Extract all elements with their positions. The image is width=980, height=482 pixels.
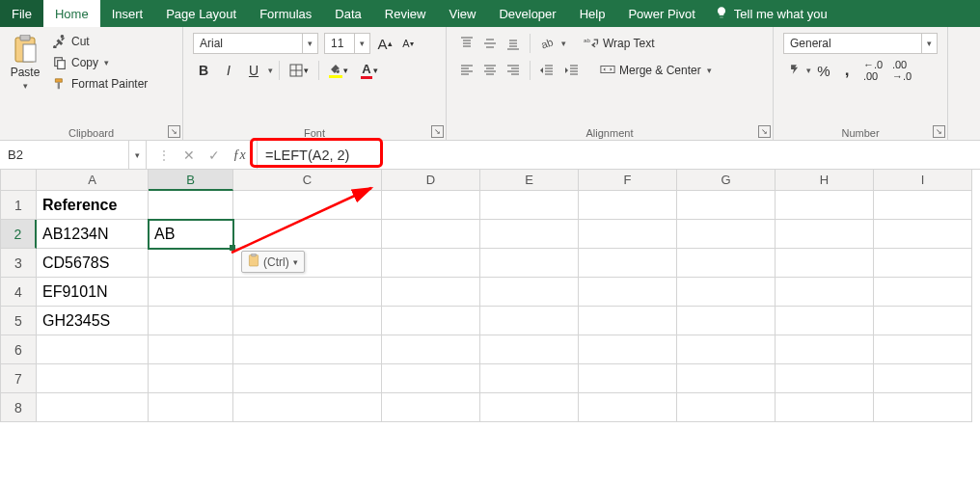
cell-E4[interactable]	[480, 278, 579, 307]
cell-G6[interactable]	[677, 335, 776, 364]
cell-H4[interactable]	[776, 278, 874, 307]
row-header-2[interactable]: 2	[0, 220, 37, 249]
col-header-D[interactable]: D	[382, 170, 480, 191]
chevron-down-icon[interactable]: ▾	[561, 39, 566, 48]
cell-D7[interactable]	[382, 364, 480, 393]
chevron-down-icon[interactable]: ▾	[23, 81, 28, 91]
italic-button[interactable]: I	[218, 60, 239, 81]
tab-page-layout[interactable]: Page Layout	[154, 0, 248, 27]
cell-C5[interactable]	[233, 307, 382, 335]
cell-D8[interactable]	[382, 393, 480, 422]
cell-G7[interactable]	[677, 364, 776, 393]
cell-H3[interactable]	[776, 249, 874, 278]
cell-I6[interactable]	[874, 335, 972, 364]
cell-A6[interactable]	[37, 335, 149, 364]
tab-formulas[interactable]: Formulas	[248, 0, 323, 27]
row-header-1[interactable]: 1	[0, 191, 37, 220]
dialog-launcher-clipboard[interactable]: ↘	[168, 125, 180, 138]
row-header-8[interactable]: 8	[0, 393, 37, 422]
cell-I3[interactable]	[874, 249, 972, 278]
enter-formula-button[interactable]: ✓	[203, 147, 226, 163]
chevron-down-icon[interactable]: ▾	[806, 66, 811, 75]
col-header-E[interactable]: E	[480, 170, 579, 191]
cell-B8[interactable]	[149, 393, 233, 422]
cell-F2[interactable]	[579, 220, 677, 249]
copy-button[interactable]: Copy ▾	[50, 54, 150, 71]
cell-A3[interactable]: CD5678S	[37, 249, 149, 278]
cell-E8[interactable]	[480, 393, 579, 422]
cell-B6[interactable]	[149, 335, 233, 364]
cell-B5[interactable]	[149, 307, 233, 335]
increase-indent-button[interactable]	[561, 60, 583, 81]
cell-A7[interactable]	[37, 364, 149, 393]
cell-F7[interactable]	[579, 364, 677, 393]
cell-H1[interactable]	[776, 191, 874, 220]
align-left-button[interactable]	[456, 60, 477, 81]
cell-H2[interactable]	[776, 220, 874, 249]
chevron-down-icon[interactable]: ▾	[921, 34, 937, 53]
cell-A2[interactable]: AB1234N	[37, 220, 149, 249]
cell-G1[interactable]	[677, 191, 776, 220]
cell-H7[interactable]	[776, 364, 874, 393]
chevron-down-icon[interactable]: ▾	[354, 34, 369, 53]
cell-B1[interactable]	[149, 191, 233, 220]
tab-help[interactable]: Help	[568, 0, 617, 27]
cell-D6[interactable]	[382, 335, 480, 364]
cell-F5[interactable]	[579, 307, 677, 335]
align-bottom-button[interactable]	[503, 33, 524, 54]
row-header-6[interactable]: 6	[0, 335, 37, 364]
cell-C3[interactable]: (Ctrl) ▾	[233, 249, 382, 278]
cell-C8[interactable]	[233, 393, 382, 422]
col-header-B[interactable]: B	[149, 170, 233, 191]
increase-decimal-button[interactable]: ←.0.00	[859, 60, 886, 81]
cell-G3[interactable]	[677, 249, 776, 278]
cell-D3[interactable]	[382, 249, 480, 278]
decrease-decimal-button[interactable]: .00→.0	[888, 60, 915, 81]
cell-C2[interactable]	[233, 220, 382, 249]
font-color-button[interactable]: A▾	[356, 60, 383, 81]
cell-H8[interactable]	[776, 393, 874, 422]
row-header-3[interactable]: 3	[0, 249, 37, 278]
row-header-7[interactable]: 7	[0, 364, 37, 393]
font-size-combo[interactable]: 11 ▾	[324, 33, 370, 54]
tab-data[interactable]: Data	[323, 0, 372, 27]
cell-C6[interactable]	[233, 335, 382, 364]
expand-formula-button[interactable]: ⋮	[152, 147, 176, 163]
format-painter-button[interactable]: Format Painter	[50, 75, 150, 93]
accounting-format-button[interactable]	[783, 60, 804, 81]
cell-I1[interactable]	[874, 191, 972, 220]
chevron-down-icon[interactable]: ▾	[128, 141, 146, 169]
cell-B2[interactable]: AB	[149, 220, 233, 249]
fill-color-button[interactable]: ▾	[325, 60, 352, 81]
align-top-button[interactable]	[456, 33, 477, 54]
cell-G5[interactable]	[677, 307, 776, 335]
tab-view[interactable]: View	[437, 0, 487, 27]
chevron-down-icon[interactable]: ▾	[293, 257, 298, 267]
cell-E6[interactable]	[480, 335, 579, 364]
tab-power-pivot[interactable]: Power Pivot	[616, 0, 706, 27]
wrap-text-button[interactable]: ab Wrap Text	[580, 33, 659, 54]
insert-function-button[interactable]: ƒx	[228, 147, 251, 163]
tab-review[interactable]: Review	[373, 0, 438, 27]
cell-A4[interactable]: EF9101N	[37, 278, 149, 307]
cancel-formula-button[interactable]: ✕	[177, 147, 201, 163]
cell-G8[interactable]	[677, 393, 776, 422]
align-center-button[interactable]	[479, 60, 501, 81]
percent-button[interactable]: %	[813, 60, 834, 81]
chevron-down-icon[interactable]: ▾	[104, 58, 109, 67]
font-name-combo[interactable]: Arial ▾	[193, 33, 318, 54]
fill-handle[interactable]	[230, 245, 235, 251]
cell-E7[interactable]	[480, 364, 579, 393]
number-format-combo[interactable]: General ▾	[783, 33, 938, 54]
cell-I8[interactable]	[874, 393, 972, 422]
col-header-C[interactable]: C	[233, 170, 382, 191]
underline-button[interactable]: U	[243, 60, 264, 81]
paste-button[interactable]: Paste ▾	[4, 31, 46, 125]
cell-C4[interactable]	[233, 278, 382, 307]
row-header-5[interactable]: 5	[0, 307, 37, 335]
tab-developer[interactable]: Developer	[487, 0, 567, 27]
bold-button[interactable]: B	[193, 60, 214, 81]
col-header-F[interactable]: F	[579, 170, 677, 191]
cell-B4[interactable]	[149, 278, 233, 307]
col-header-G[interactable]: G	[677, 170, 776, 191]
